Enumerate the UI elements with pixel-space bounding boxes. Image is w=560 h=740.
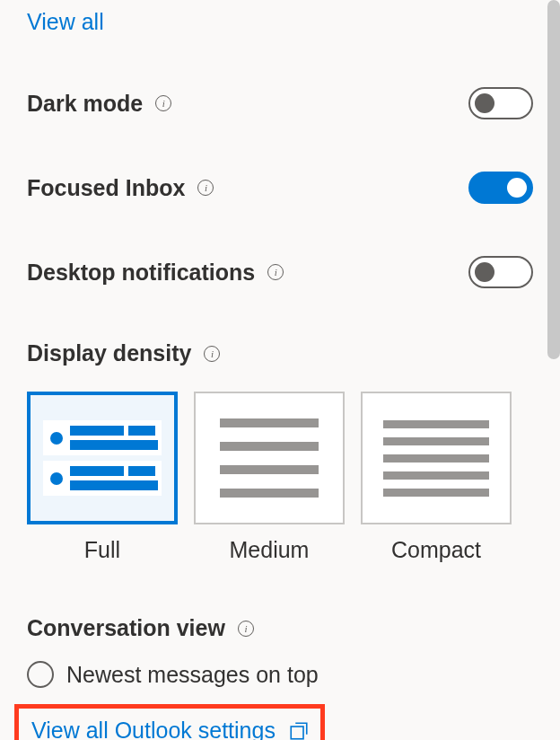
scrollbar[interactable] [547, 0, 560, 359]
density-options: Full Medium Compact [27, 392, 533, 563]
density-preview-medium [194, 392, 345, 524]
info-icon[interactable]: i [204, 346, 220, 362]
desktop-notifications-row: Desktop notifications i [27, 256, 533, 288]
density-preview-full [27, 392, 178, 524]
conversation-label: Conversation view [27, 615, 225, 641]
open-in-new-icon [290, 722, 308, 740]
radio-button[interactable] [27, 661, 54, 688]
desktop-notifications-label: Desktop notifications [27, 260, 255, 286]
focused-inbox-label: Focused Inbox [27, 175, 185, 201]
density-option-medium[interactable]: Medium [194, 392, 345, 563]
density-option-label: Medium [230, 537, 310, 563]
info-icon[interactable]: i [197, 180, 214, 196]
density-preview-compact [361, 392, 512, 524]
info-icon[interactable]: i [238, 621, 254, 637]
dark-mode-label-wrap: Dark mode i [27, 91, 171, 117]
focused-inbox-toggle[interactable] [468, 172, 533, 204]
conversation-option-row[interactable]: Newest messages on top [27, 661, 533, 688]
density-option-compact[interactable]: Compact [361, 392, 512, 563]
svg-rect-0 [291, 727, 303, 739]
density-option-label: Full [84, 537, 120, 563]
info-icon[interactable]: i [267, 264, 284, 280]
view-all-settings-highlight: View all Outlook settings [14, 704, 325, 740]
dark-mode-row: Dark mode i [27, 87, 533, 119]
desktop-notifications-toggle[interactable] [468, 256, 533, 288]
conversation-header: Conversation view i [27, 615, 533, 641]
info-icon[interactable]: i [155, 95, 171, 111]
focused-inbox-row: Focused Inbox i [27, 172, 533, 204]
density-option-full[interactable]: Full [27, 392, 178, 563]
density-label: Display density [27, 340, 191, 366]
density-option-label: Compact [391, 537, 481, 563]
dark-mode-toggle[interactable] [468, 87, 533, 119]
focused-inbox-label-wrap: Focused Inbox i [27, 175, 214, 201]
conversation-option-label: Newest messages on top [66, 662, 319, 688]
dark-mode-label: Dark mode [27, 91, 143, 117]
settings-panel: View all Dark mode i Focused Inbox i Des… [0, 0, 560, 740]
view-all-settings-link[interactable]: View all Outlook settings [31, 718, 276, 740]
density-header: Display density i [27, 340, 533, 366]
view-all-link[interactable]: View all [27, 9, 104, 35]
desktop-notifications-label-wrap: Desktop notifications i [27, 260, 284, 286]
